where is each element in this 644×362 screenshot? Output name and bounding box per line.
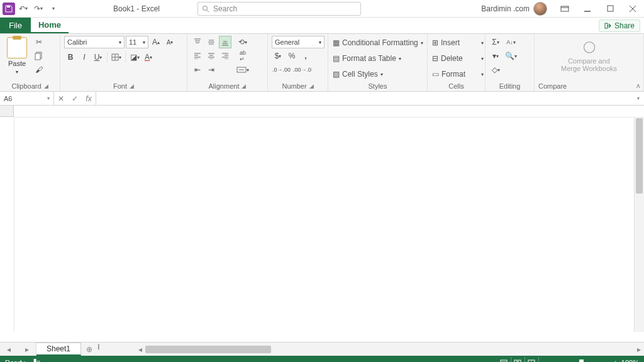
group-editing: Σ▾ ▾▾ ◇▾ A↓▾ 🔍▾ Editing: [486, 34, 535, 91]
expand-formula-bar[interactable]: ▾: [633, 92, 644, 105]
decrease-font-button[interactable]: A▾: [164, 36, 176, 48]
increase-decimal-button[interactable]: .0→.00: [272, 63, 291, 76]
row-headers[interactable]: [0, 117, 14, 332]
increase-font-button[interactable]: A▴: [150, 36, 162, 48]
zoom-in-button[interactable]: +: [613, 359, 617, 362]
svg-line-2: [207, 10, 209, 12]
search-box[interactable]: Search: [197, 2, 361, 16]
fx-button[interactable]: fx: [82, 94, 96, 103]
status-ready: Ready: [5, 359, 25, 362]
group-font: Calibri▾ 11▾ A▴ A▾ B I U▾ ▾ ◪▾ A▾ Font◢: [60, 34, 187, 91]
tab-home[interactable]: Home: [31, 18, 69, 33]
undo-button[interactable]: ↶▾: [16, 2, 30, 16]
align-bottom-button[interactable]: [219, 36, 231, 48]
find-select-button[interactable]: 🔍▾: [504, 50, 518, 62]
italic-button[interactable]: I: [78, 51, 91, 63]
number-dialog-launcher[interactable]: ◢: [309, 83, 314, 89]
format-cells-button[interactable]: ▭Format▾: [431, 67, 484, 81]
autosum-button[interactable]: Σ▾: [489, 36, 502, 48]
macro-record-icon[interactable]: ▐▯: [31, 359, 40, 363]
align-center-button[interactable]: [205, 50, 218, 62]
share-icon: [604, 22, 612, 30]
page-break-view-button[interactable]: [525, 357, 539, 362]
cell-styles-button[interactable]: ▧Cell Styles▾: [332, 67, 426, 81]
share-button[interactable]: Share: [599, 19, 640, 32]
delete-cells-button[interactable]: ⊟Delete▾: [431, 52, 484, 65]
conditional-formatting-button[interactable]: ▦Conditional Formatting▾: [332, 36, 426, 50]
bold-button[interactable]: B: [64, 51, 77, 63]
increase-indent-button[interactable]: ⇥: [205, 63, 218, 76]
compare-icon: ◯: [580, 37, 599, 56]
zoom-level[interactable]: 100%: [621, 359, 639, 362]
font-name-combo[interactable]: Calibri▾: [64, 36, 125, 48]
sheet-tab-bar: ◂ ▸ Sheet1 ⊕ ⁞ ◂▸: [0, 342, 644, 356]
align-right-button[interactable]: [219, 50, 231, 62]
insert-cells-button[interactable]: ⊞Insert▾: [431, 36, 484, 50]
cond-format-icon: ▦: [333, 38, 340, 47]
fill-color-button[interactable]: ◪▾: [128, 51, 141, 63]
format-painter-button[interactable]: 🖌: [33, 63, 45, 76]
sheet-tab-active[interactable]: Sheet1: [36, 343, 81, 356]
horizontal-scrollbar[interactable]: ◂▸: [135, 343, 644, 356]
zoom-out-button[interactable]: −: [545, 359, 549, 362]
ribbon-display-options[interactable]: [553, 0, 576, 18]
column-headers[interactable]: [14, 106, 634, 117]
qat-customize[interactable]: ▾: [47, 2, 60, 16]
worksheet-grid[interactable]: [0, 106, 644, 342]
save-button[interactable]: [3, 3, 15, 15]
paste-button[interactable]: Paste▾: [4, 36, 30, 75]
font-color-button[interactable]: A▾: [142, 51, 155, 63]
minimize-button[interactable]: [576, 0, 599, 18]
align-left-button[interactable]: [191, 50, 204, 62]
redo-button[interactable]: ↷▾: [31, 2, 45, 16]
vertical-scrollbar[interactable]: [634, 117, 644, 332]
formula-input[interactable]: [96, 92, 633, 105]
account-area[interactable]: Bardimin .com: [481, 2, 547, 16]
align-top-button[interactable]: [191, 36, 204, 48]
normal-view-button[interactable]: [497, 357, 511, 362]
user-avatar: [533, 2, 547, 16]
quick-access-toolbar: ↶▾ ↷▾ ▾: [0, 2, 63, 16]
page-layout-view-button[interactable]: [511, 357, 525, 362]
format-as-table-button[interactable]: ▤Format as Table▾: [332, 52, 426, 65]
orientation-button[interactable]: ⟲▾: [234, 36, 252, 48]
sheet-nav-prev[interactable]: ◂: [7, 345, 11, 354]
font-size-combo[interactable]: 11▾: [126, 36, 148, 48]
maximize-button[interactable]: [599, 0, 621, 18]
select-all-corner[interactable]: [0, 106, 14, 117]
collapse-ribbon-button[interactable]: ᐱ: [636, 84, 640, 89]
merge-center-button[interactable]: ▾: [234, 63, 252, 76]
cancel-formula-button[interactable]: ✕: [54, 94, 68, 103]
close-button[interactable]: [621, 0, 644, 18]
svg-rect-6: [608, 6, 613, 11]
insert-icon: ⊞: [432, 38, 438, 47]
sort-filter-button[interactable]: A↓▾: [504, 36, 518, 48]
accounting-format-button[interactable]: $▾: [272, 50, 284, 62]
ribbon-tabs: File Home Share: [0, 18, 644, 34]
comma-format-button[interactable]: ,: [299, 50, 312, 62]
percent-format-button[interactable]: %: [286, 50, 298, 62]
tab-split-handle[interactable]: ⁞: [97, 343, 135, 356]
clear-button[interactable]: ◇▾: [489, 63, 502, 76]
alignment-dialog-launcher[interactable]: ◢: [242, 83, 246, 89]
copy-button[interactable]: [33, 50, 45, 62]
name-box[interactable]: A6▾: [0, 92, 54, 105]
number-format-combo[interactable]: General▾: [272, 36, 325, 48]
sheet-nav-next[interactable]: ▸: [25, 345, 29, 354]
new-sheet-button[interactable]: ⊕: [81, 343, 97, 356]
border-button[interactable]: ▾: [110, 51, 123, 63]
cells-area[interactable]: [14, 117, 634, 332]
fill-button[interactable]: ▾▾: [489, 50, 502, 62]
decrease-decimal-button[interactable]: .00→.0: [292, 63, 312, 76]
file-tab[interactable]: File: [0, 18, 31, 33]
underline-button[interactable]: U▾: [92, 51, 104, 63]
svg-point-1: [203, 6, 208, 10]
decrease-indent-button[interactable]: ⇤: [191, 63, 204, 76]
font-dialog-launcher[interactable]: ◢: [130, 83, 134, 89]
svg-rect-3: [561, 6, 569, 11]
wrap-text-button[interactable]: ab↵: [234, 50, 252, 62]
cut-button[interactable]: ✂: [33, 36, 45, 48]
align-middle-button[interactable]: [205, 36, 218, 48]
clipboard-dialog-launcher[interactable]: ◢: [44, 83, 48, 89]
enter-formula-button[interactable]: ✓: [68, 94, 82, 103]
